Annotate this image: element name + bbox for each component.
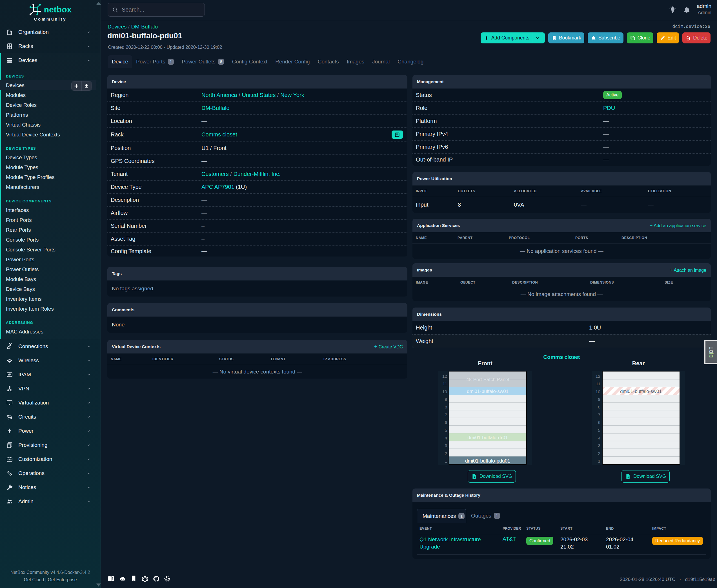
svg-text:9: 9 xyxy=(444,397,447,402)
svg-text:11: 11 xyxy=(596,381,600,386)
svg-text:dmi01-buffalo-pdu01: dmi01-buffalo-pdu01 xyxy=(465,458,510,464)
svg-text:12: 12 xyxy=(442,374,447,379)
svg-text:4: 4 xyxy=(598,436,600,440)
svg-text:7: 7 xyxy=(444,413,447,417)
svg-text:dmi01-buffalo-sw01: dmi01-buffalo-sw01 xyxy=(467,389,508,394)
svg-text:3: 3 xyxy=(444,443,447,448)
svg-text:10: 10 xyxy=(595,389,601,394)
svg-text:48-Port Patch Panel: 48-Port Patch Panel xyxy=(466,377,509,382)
svg-text:dmi01-buffalo-rtr01: dmi01-buffalo-rtr01 xyxy=(468,435,508,440)
svg-text:5: 5 xyxy=(598,428,600,433)
svg-text:5: 5 xyxy=(444,428,447,433)
svg-text:7: 7 xyxy=(598,413,600,417)
svg-text:dmi01-buffalo-sw01: dmi01-buffalo-sw01 xyxy=(620,389,662,394)
svg-text:4: 4 xyxy=(444,436,447,440)
svg-text:2: 2 xyxy=(444,451,447,456)
svg-text:11: 11 xyxy=(442,381,447,386)
svg-text:1: 1 xyxy=(598,459,600,463)
svg-text:8: 8 xyxy=(598,404,600,409)
svg-text:10: 10 xyxy=(442,389,448,394)
svg-text:1: 1 xyxy=(444,459,447,463)
svg-text:2: 2 xyxy=(598,451,600,456)
svg-text:3: 3 xyxy=(598,443,600,448)
svg-text:8: 8 xyxy=(444,404,447,409)
svg-text:12: 12 xyxy=(595,374,600,379)
svg-text:6: 6 xyxy=(444,420,447,425)
svg-text:6: 6 xyxy=(598,420,600,425)
svg-text:9: 9 xyxy=(598,397,600,402)
